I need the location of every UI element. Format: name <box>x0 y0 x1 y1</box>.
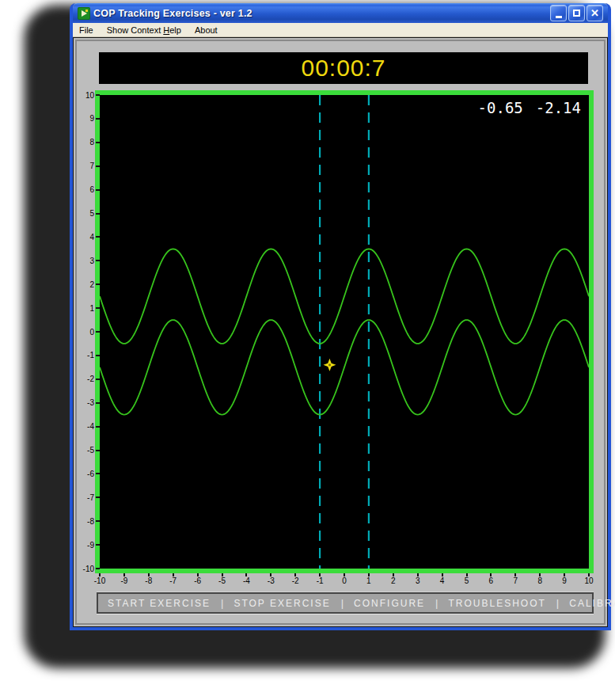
plot-area[interactable]: -0.65 -2.14 <box>100 95 589 569</box>
button-separator: | <box>435 597 438 609</box>
button-bar: START EXERCISE|STOP EXERCISE|CONFIGURE|T… <box>97 592 594 614</box>
y-axis-tick-label: 3 <box>74 257 94 265</box>
menu-item-about[interactable]: About <box>195 25 218 35</box>
menu-item-show-context-help[interactable]: Show Context Help <box>107 25 181 35</box>
x-axis-tick-label: 0 <box>332 576 356 585</box>
y-axis-tick-mark <box>96 307 100 309</box>
troubleshoot-button[interactable]: TROUBLESHOOT <box>448 598 545 609</box>
minimize-button[interactable] <box>550 5 567 21</box>
y-axis-tick-label: 8 <box>74 138 94 146</box>
x-axis-tick-mark <box>442 573 443 576</box>
y-axis-tick-label: -1 <box>74 351 94 360</box>
y-axis-tick-mark <box>96 544 100 546</box>
y-axis-tick-mark <box>96 496 100 498</box>
x-axis-tick-label: -10 <box>88 576 112 585</box>
y-axis-tick-label: 10 <box>74 91 94 100</box>
x-axis-tick-label: 6 <box>479 576 503 585</box>
y-axis-tick-mark <box>96 473 100 474</box>
y-axis-tick-label: -4 <box>74 422 94 431</box>
y-axis-tick-label: 7 <box>74 162 94 170</box>
y-axis-tick-mark <box>96 283 100 285</box>
y-axis-tick-mark <box>96 379 100 380</box>
x-axis-tick-mark <box>466 573 468 576</box>
maximize-icon <box>573 10 580 17</box>
y-axis-tick-label: 2 <box>74 280 94 289</box>
close-button[interactable]: ✕ <box>587 5 603 21</box>
y-axis-tick-label: -3 <box>74 398 94 407</box>
y-axis-tick-label: 9 <box>74 114 94 123</box>
calibrate-button[interactable]: CALIBRATE <box>569 598 615 609</box>
configure-button[interactable]: CONFIGURE <box>354 598 425 609</box>
y-axis-tick-label: 1 <box>74 304 94 313</box>
content-panel: 00:00:7 -0.65 -2.14 -10-9-8-7-6-5-4-3-2-… <box>73 37 608 627</box>
x-axis-tick-label: -6 <box>186 576 210 585</box>
target-band-lower-path <box>100 320 589 415</box>
y-axis-tick-mark <box>96 260 100 261</box>
y-axis-tick-mark <box>96 568 100 569</box>
x-axis-tick-mark <box>588 573 590 576</box>
maximize-button[interactable] <box>568 5 585 21</box>
x-axis-tick-label: 8 <box>528 576 552 585</box>
menu-item-file[interactable]: File <box>79 25 93 35</box>
plot-frame: -0.65 -2.14 <box>95 90 594 573</box>
x-axis-tick-label: 10 <box>577 576 601 585</box>
cursor-marker[interactable] <box>323 359 336 371</box>
window-controls: ✕ <box>550 5 603 21</box>
timer-display: 00:00:7 <box>99 52 588 84</box>
y-axis-tick-mark <box>96 355 100 356</box>
button-separator: | <box>221 597 223 609</box>
y-axis-tick-label: -7 <box>74 493 94 502</box>
x-axis-tick-mark <box>99 573 101 576</box>
y-axis-tick-mark <box>96 426 100 428</box>
screenshot-canvas: COP Tracking Exercises - ver 1.2 ✕ FileS… <box>0 0 615 700</box>
close-icon: ✕ <box>590 8 599 18</box>
x-axis-tick-mark <box>514 573 516 576</box>
x-axis-tick-mark <box>344 573 345 576</box>
x-axis-tick-mark <box>319 573 321 576</box>
x-axis-tick-label: 2 <box>382 576 405 585</box>
y-axis-tick-label: -2 <box>74 375 94 383</box>
cursor-readout-y: -2.14 <box>536 99 581 116</box>
x-axis-tick-mark <box>368 573 370 576</box>
x-axis-tick-label: 9 <box>552 576 576 585</box>
y-axis-tick-label: -5 <box>74 446 94 455</box>
x-axis-tick-mark <box>539 573 541 576</box>
x-axis-tick-label: -4 <box>234 576 258 585</box>
y-axis-tick-mark <box>96 450 100 451</box>
x-axis-tick-label: -1 <box>308 576 332 585</box>
y-axis-tick-label: 0 <box>74 328 94 337</box>
x-axis-tick-label: 1 <box>357 576 381 585</box>
x-axis-tick-label: 4 <box>431 576 454 585</box>
x-axis-tick-mark <box>270 573 271 576</box>
labview-vi-icon <box>78 7 90 20</box>
x-axis-tick-label: -3 <box>259 576 283 585</box>
x-axis-tick-label: -7 <box>161 576 185 585</box>
y-axis-tick-label: 6 <box>74 185 94 194</box>
app-window: COP Tracking Exercises - ver 1.2 ✕ FileS… <box>70 3 611 630</box>
x-axis-tick-label: 5 <box>455 576 479 585</box>
start-exercise-button[interactable]: START EXERCISE <box>108 598 211 609</box>
y-axis-tick-mark <box>96 331 100 333</box>
x-axis-tick-mark <box>197 573 199 576</box>
y-axis-tick-label: -6 <box>74 470 94 478</box>
y-axis-tick-label: 4 <box>74 233 94 242</box>
y-axis-tick-mark <box>96 165 100 167</box>
y-axis-tick-mark <box>96 520 100 522</box>
y-axis-tick-label: -10 <box>74 565 94 573</box>
y-axis-tick-mark <box>96 118 100 120</box>
x-axis-tick-label: -8 <box>137 576 161 585</box>
y-axis-tick-mark <box>96 94 100 96</box>
y-axis-tick-label: -8 <box>74 517 94 526</box>
window-title: COP Tracking Exercises - ver 1.2 <box>93 8 252 19</box>
x-axis-tick-label: 7 <box>503 576 527 585</box>
minimize-icon <box>556 16 562 18</box>
y-axis-tick-mark <box>96 236 100 238</box>
y-axis-tick-mark <box>96 142 100 143</box>
title-bar[interactable]: COP Tracking Exercises - ver 1.2 ✕ <box>73 3 608 23</box>
cursor-readout-x: -0.65 <box>478 99 523 116</box>
x-axis-tick-label: -9 <box>112 576 136 585</box>
y-axis-tick-mark <box>96 213 100 215</box>
x-axis-tick-mark <box>294 573 296 576</box>
x-axis-tick-mark <box>148 573 150 576</box>
stop-exercise-button[interactable]: STOP EXERCISE <box>233 598 330 609</box>
